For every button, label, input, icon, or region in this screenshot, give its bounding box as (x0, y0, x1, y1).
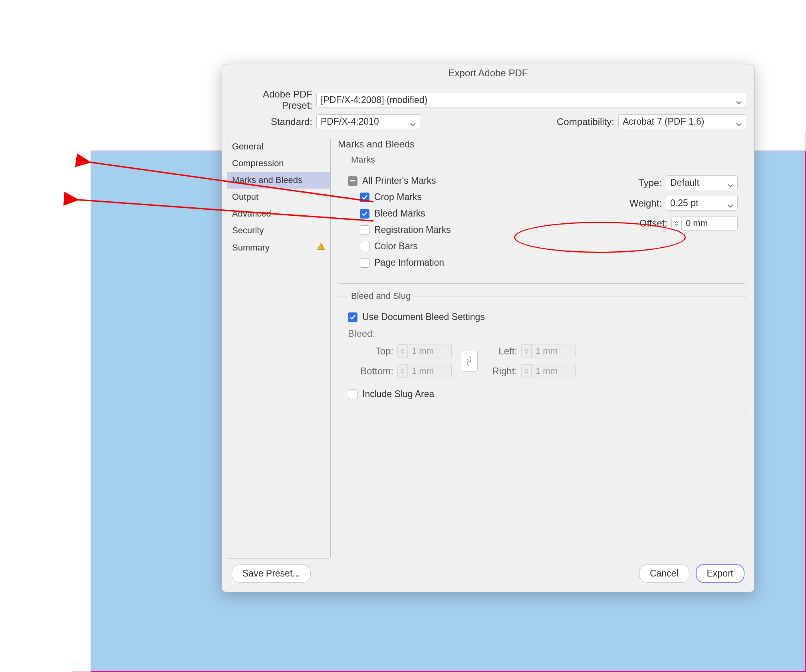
bleed-top-label: Top: (349, 346, 397, 357)
standard-dropdown[interactable]: PDF/X-4:2010 (316, 114, 420, 129)
bleed-slug-group: Bleed and Slug Use Document Bleed Settin… (338, 291, 746, 415)
bleed-left-value: 1 mm (532, 344, 576, 358)
type-dropdown[interactable]: Default (666, 175, 738, 190)
weight-label: Weight: (629, 198, 662, 209)
use-doc-bleed-label: Use Document Bleed Settings (362, 312, 485, 322)
marks-group: Marks All Printer's Marks Crop Marks (338, 155, 746, 284)
sidebar-item-security[interactable]: Security (227, 222, 330, 239)
compat-value: Acrobat 7 (PDF 1.6) (623, 116, 705, 127)
weight-dropdown[interactable]: 0.25 pt (666, 196, 738, 211)
color-bars-label: Color Bars (374, 241, 418, 252)
bleed-heading: Bleed: (348, 328, 738, 339)
sidebar-item-label: Advanced (232, 209, 271, 219)
sidebar-item-compression[interactable]: Compression (227, 155, 330, 172)
sidebar-item-label: Security (232, 225, 264, 236)
annotation-ellipse (514, 222, 686, 253)
type-value: Default (670, 177, 699, 188)
use-doc-bleed-checkbox[interactable] (348, 312, 357, 322)
bleed-bottom-label: Bottom: (349, 366, 397, 377)
bleed-left-label: Left: (481, 346, 521, 357)
preset-dropdown[interactable]: [PDF/X-4:2008] (modified) (316, 93, 746, 107)
bleed-marks-checkbox[interactable] (360, 209, 369, 219)
bleed-top-value: 1 mm (408, 344, 452, 358)
chevron-down-icon (728, 180, 733, 186)
sidebar-item-label: General (232, 141, 263, 152)
bleed-bottom-stepper: 1 mm (397, 364, 457, 378)
all-printer-marks-checkbox[interactable] (348, 176, 357, 186)
page-info-label: Page Information (374, 257, 444, 268)
bleed-marks-label: Bleed Marks (374, 208, 425, 219)
sidebar-item-label: Compression (232, 158, 284, 169)
crop-marks-checkbox[interactable] (360, 193, 369, 202)
sidebar-item-label: Summary (232, 243, 270, 253)
sidebar-item-label: Output (232, 192, 258, 202)
stepper-arrows-icon (521, 344, 532, 358)
sidebar-item-output[interactable]: Output (227, 189, 330, 205)
bleed-slug-legend: Bleed and Slug (348, 291, 414, 301)
svg-rect-1 (321, 248, 322, 249)
stepper-arrows-icon (521, 364, 532, 378)
compat-label: Compatibility: (557, 116, 614, 127)
dialog-top-fields: Adobe PDF Preset: [PDF/X-4:2008] (modifi… (222, 83, 754, 136)
include-slug-checkbox[interactable] (348, 390, 357, 399)
dialog-title: Export Adobe PDF (222, 64, 754, 83)
chevron-down-icon (736, 119, 742, 125)
preset-label: Adobe PDF Preset: (230, 89, 312, 111)
compat-dropdown[interactable]: Acrobat 7 (PDF 1.6) (618, 114, 746, 129)
svg-rect-0 (321, 245, 322, 247)
crop-marks-label: Crop Marks (374, 192, 422, 203)
bleed-right-value: 1 mm (532, 364, 576, 378)
stepper-arrows-icon (397, 344, 408, 358)
save-preset-button[interactable]: Save Preset... (232, 565, 311, 583)
chevron-down-icon (410, 119, 416, 125)
marks-legend: Marks (348, 155, 378, 165)
offset-value[interactable]: 0 mm (682, 216, 738, 231)
page-info-checkbox[interactable] (360, 258, 369, 268)
chevron-down-icon (736, 97, 742, 103)
warning-icon (317, 242, 326, 253)
offset-stepper[interactable]: 0 mm (671, 216, 738, 231)
bleed-left-stepper: 1 mm (521, 344, 581, 358)
chevron-down-icon (728, 201, 733, 206)
type-label: Type: (638, 177, 662, 189)
bleed-top-stepper: 1 mm (397, 344, 457, 358)
color-bars-checkbox[interactable] (360, 242, 369, 251)
link-icon (465, 356, 473, 367)
panel-title: Marks and Bleeds (338, 139, 746, 150)
dialog-footer: Save Preset... Cancel Export (222, 559, 754, 592)
sidebar-item-general[interactable]: General (227, 138, 330, 155)
weight-value: 0.25 pt (670, 198, 698, 209)
registration-marks-label: Registration Marks (374, 225, 451, 235)
stepper-arrows-icon (397, 364, 408, 378)
all-printer-marks-label: All Printer's Marks (362, 175, 436, 186)
sidebar-item-advanced[interactable]: Advanced (227, 205, 330, 222)
standard-value: PDF/X-4:2010 (321, 116, 379, 127)
bleed-bottom-value: 1 mm (408, 364, 452, 378)
export-pdf-dialog: Export Adobe PDF Adobe PDF Preset: [PDF/… (222, 64, 754, 592)
export-button[interactable]: Export (696, 564, 744, 583)
sidebar-item-label: Marks and Bleeds (232, 175, 302, 185)
sidebar-item-summary[interactable]: Summary (227, 239, 330, 256)
registration-marks-checkbox[interactable] (360, 225, 369, 235)
include-slug-label: Include Slug Area (362, 389, 434, 400)
bleed-link-toggle (457, 351, 481, 372)
marks-and-bleeds-panel: Marks and Bleeds Marks All Printer's Mar… (338, 138, 746, 559)
bleed-right-label: Right: (481, 366, 521, 377)
preset-value: [PDF/X-4:2008] (modified) (321, 95, 427, 105)
cancel-button[interactable]: Cancel (639, 565, 689, 583)
sidebar-item-marks-bleeds[interactable]: Marks and Bleeds (227, 172, 330, 189)
stepper-arrows-icon[interactable] (671, 217, 682, 230)
category-sidebar: General Compression Marks and Bleeds Out… (227, 138, 331, 559)
standard-label: Standard: (230, 116, 312, 127)
bleed-right-stepper: 1 mm (521, 364, 581, 378)
